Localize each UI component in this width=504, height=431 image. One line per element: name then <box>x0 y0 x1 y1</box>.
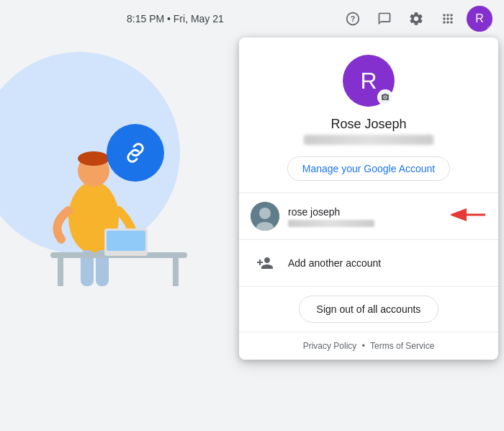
svg-rect-8 <box>58 257 63 286</box>
red-arrow-indicator <box>451 206 487 226</box>
account-avatar-small <box>251 202 279 231</box>
footer-separator: • <box>362 341 365 351</box>
account-email-blurred <box>288 220 374 227</box>
account-avatar-btn[interactable]: R ☞ <box>467 6 492 32</box>
user-initial: R <box>360 68 377 94</box>
feedback-icon-btn[interactable] <box>372 6 397 32</box>
avatar-initial: R <box>475 12 484 25</box>
help-icon-btn[interactable]: ? <box>340 6 366 32</box>
manage-account-btn[interactable]: Manage your Google Account <box>287 156 450 181</box>
privacy-policy-link[interactable]: Privacy Policy <box>303 341 357 351</box>
camera-badge[interactable] <box>377 89 393 105</box>
svg-text:?: ? <box>351 14 356 23</box>
account-dropdown: R Rose Joseph Manage your Google Account <box>239 37 498 360</box>
user-avatar-large: R <box>343 55 395 107</box>
account-list-item[interactable]: rose joseph <box>239 193 498 240</box>
illustration <box>0 37 230 431</box>
add-account-label: Add another account <box>288 257 381 269</box>
apps-icon-btn[interactable] <box>435 6 461 32</box>
cursor-icon: ☞ <box>487 22 498 37</box>
main-content: R Rose Joseph Manage your Google Account <box>0 37 504 431</box>
add-person-icon <box>251 249 279 277</box>
topbar: 8:15 PM • Fri, May 21 ? R ☞ <box>0 0 504 37</box>
terms-of-service-link[interactable]: Terms of Service <box>370 341 434 351</box>
settings-icon-btn[interactable] <box>403 6 429 32</box>
panel-footer: Privacy Policy • Terms of Service <box>239 332 498 360</box>
account-avatar-img <box>251 202 279 231</box>
user-name: Rose Joseph <box>251 117 487 132</box>
svg-rect-9 <box>173 257 179 286</box>
user-email-blurred <box>304 135 433 145</box>
person-illustration <box>22 74 209 290</box>
topbar-time: 8:15 PM • Fri, May 21 <box>127 13 224 25</box>
add-account-item[interactable]: Add another account <box>239 240 498 287</box>
signout-section: Sign out of all accounts <box>239 287 498 332</box>
signout-btn[interactable]: Sign out of all accounts <box>299 296 439 323</box>
svg-point-13 <box>259 208 271 219</box>
svg-rect-11 <box>107 231 145 251</box>
chain-link-icon <box>107 124 164 182</box>
panel-header: R Rose Joseph Manage your Google Account <box>239 37 498 193</box>
svg-point-4 <box>78 151 109 166</box>
